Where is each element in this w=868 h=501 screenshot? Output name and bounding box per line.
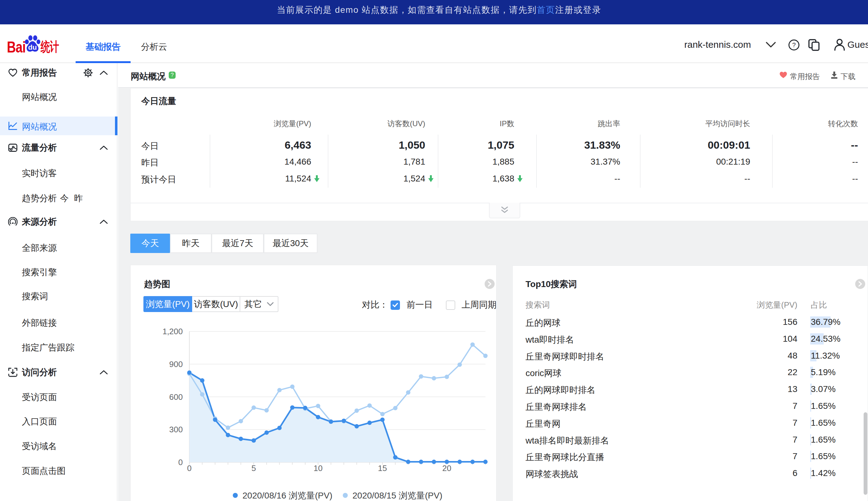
svg-text:du: du bbox=[28, 43, 37, 51]
svg-text:5: 5 bbox=[252, 463, 256, 473]
svg-text:10: 10 bbox=[314, 463, 323, 473]
svg-text:20: 20 bbox=[443, 463, 452, 473]
svg-text:15: 15 bbox=[378, 463, 387, 473]
svg-text:900: 900 bbox=[169, 360, 183, 369]
svg-text:300: 300 bbox=[169, 425, 183, 434]
svg-text:?: ? bbox=[792, 42, 795, 49]
svg-text:600: 600 bbox=[169, 392, 183, 402]
svg-text:0: 0 bbox=[187, 463, 192, 473]
svg-text:1,200: 1,200 bbox=[162, 327, 183, 336]
svg-text:0: 0 bbox=[178, 458, 183, 467]
svg-text:2020/08/16 浏览量(PV): 2020/08/16 浏览量(PV) bbox=[242, 491, 332, 500]
svg-text:2020/08/15 浏览量(PV): 2020/08/15 浏览量(PV) bbox=[352, 491, 443, 500]
